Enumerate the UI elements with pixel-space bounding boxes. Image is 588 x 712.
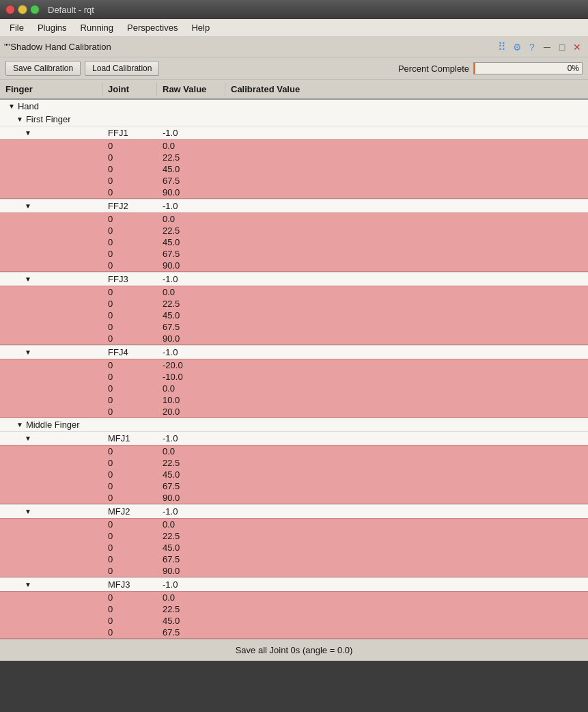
- cal-data-row[interactable]: 0 22.5: [0, 530, 588, 542]
- cal-finger-empty: [0, 242, 102, 243]
- joint-name: FFJ3: [102, 273, 157, 286]
- cal-data-row[interactable]: 0 67.5: [0, 627, 588, 638]
- menu-perspectives[interactable]: Perspectives: [120, 21, 184, 34]
- joint-name-cell: ▼: [0, 348, 102, 357]
- joint-name: MFJ3: [102, 578, 157, 591]
- menu-plugins[interactable]: Plugins: [31, 21, 74, 34]
- finger-group[interactable]: ▼Middle Finger: [0, 418, 588, 431]
- cal-data-row[interactable]: 0 0.0: [0, 140, 588, 152]
- header-raw: Raw Value: [157, 83, 225, 96]
- cal-raw-value: 0: [102, 446, 157, 457]
- joint-arrow[interactable]: ▼: [25, 202, 31, 210]
- joint-raw: -1.0: [157, 126, 225, 139]
- menu-help[interactable]: Help: [184, 21, 216, 34]
- cal-data-row[interactable]: 0 90.0: [0, 187, 588, 198]
- joint-arrow[interactable]: ▼: [25, 508, 31, 515]
- cal-calibrated-value: -10.0: [157, 371, 225, 383]
- cal-data-row[interactable]: 0 45.0: [0, 469, 588, 480]
- app-minimize-icon[interactable]: ─: [540, 40, 554, 54]
- cal-data-row[interactable]: 0 45.0: [0, 163, 588, 175]
- tree-area[interactable]: ▼ Hand ▼First Finger ▼ FFJ1 -1.0 0 0.0 0…: [0, 100, 588, 639]
- cal-data-row[interactable]: 0 90.0: [0, 492, 588, 504]
- joint-arrow[interactable]: ▼: [25, 348, 31, 356]
- cal-calibrated-value: 90.0: [157, 492, 225, 504]
- cal-raw-value: 0: [102, 615, 157, 627]
- cal-group: 0 0.0 0 22.5 0 45.0 0 67.5 0: [0, 518, 588, 577]
- cal-data-row[interactable]: 0 0.0: [0, 446, 588, 457]
- cal-data-row[interactable]: 0 10.0: [0, 394, 588, 406]
- cal-data-row[interactable]: 0 90.0: [0, 333, 588, 344]
- cal-data-row[interactable]: 0 90.0: [0, 260, 588, 271]
- cal-data-row[interactable]: 0 0.0: [0, 592, 588, 603]
- cal-data-row[interactable]: 0 67.5: [0, 480, 588, 492]
- close-button[interactable]: [5, 5, 15, 14]
- joint-raw: -1.0: [157, 273, 225, 286]
- cal-data-row[interactable]: 0 22.5: [0, 603, 588, 615]
- cal-raw-value: 0: [102, 519, 157, 530]
- cal-data-row[interactable]: 0 45.0: [0, 542, 588, 553]
- joint-arrow[interactable]: ▼: [25, 581, 31, 588]
- cal-data-row[interactable]: 0 0.0: [0, 519, 588, 530]
- app-close-icon[interactable]: ✕: [570, 40, 584, 54]
- finger-group[interactable]: ▼First Finger: [0, 113, 588, 126]
- cal-finger-empty: [0, 536, 102, 537]
- app-maximize-icon[interactable]: □: [555, 40, 569, 54]
- cal-calibrated-value: 22.5: [157, 298, 225, 310]
- cal-finger-empty: [0, 400, 102, 401]
- joint-row: ▼ FFJ2 -1.0: [0, 199, 588, 213]
- cal-data-row[interactable]: 0 -20.0: [0, 359, 588, 371]
- joint-arrow[interactable]: ▼: [25, 129, 31, 137]
- cal-data-row[interactable]: 0 0.0: [0, 383, 588, 394]
- help-icon[interactable]: ?: [525, 40, 539, 54]
- menu-running[interactable]: Running: [74, 21, 120, 34]
- joint-raw: -1.0: [157, 505, 225, 518]
- cal-data-row[interactable]: 0 20.0: [0, 406, 588, 417]
- cal-extra: [225, 242, 588, 243]
- cal-data-row[interactable]: 0 22.5: [0, 152, 588, 163]
- cal-data-row[interactable]: 0 67.5: [0, 248, 588, 260]
- cal-finger-empty: [0, 265, 102, 266]
- cal-raw-value: 0: [102, 321, 157, 333]
- cal-finger-empty: [0, 632, 102, 633]
- cal-data-row[interactable]: 0 -10.0: [0, 371, 588, 383]
- header-finger: Finger: [0, 83, 102, 96]
- maximize-button[interactable]: [30, 5, 40, 14]
- cal-finger-empty: [0, 388, 102, 389]
- cal-data-row[interactable]: 0 22.5: [0, 298, 588, 310]
- cal-data-row[interactable]: 0 45.0: [0, 310, 588, 321]
- finger-arrow: ▼: [16, 115, 23, 123]
- cal-extra: [225, 303, 588, 305]
- cal-data-row[interactable]: 0 45.0: [0, 236, 588, 248]
- finger-arrow: ▼: [16, 421, 23, 428]
- cal-raw-value: 0: [102, 359, 157, 371]
- menu-file[interactable]: File: [3, 21, 31, 34]
- joint-name-cell: ▼: [0, 434, 102, 443]
- cal-data-row[interactable]: 0 67.5: [0, 321, 588, 333]
- cal-data-row[interactable]: 0 90.0: [0, 565, 588, 577]
- joint-row: ▼ FFJ3 -1.0: [0, 272, 588, 286]
- config-icon[interactable]: ⚙: [510, 40, 524, 54]
- cal-data-row[interactable]: 0 22.5: [0, 457, 588, 469]
- save-calibration-button[interactable]: Save Calibration: [5, 61, 81, 76]
- cal-finger-empty: [0, 620, 102, 622]
- minimize-button[interactable]: [18, 5, 27, 14]
- cal-data-row[interactable]: 0 45.0: [0, 615, 588, 627]
- hand-group[interactable]: ▼ Hand: [0, 100, 588, 113]
- cal-raw-value: 0: [102, 542, 157, 553]
- cal-raw-value: 0: [102, 457, 157, 469]
- cal-finger-empty: [0, 192, 102, 193]
- cal-extra: [225, 169, 588, 170]
- cal-extra: [225, 524, 588, 525]
- cal-data-row[interactable]: 0 0.0: [0, 286, 588, 298]
- cal-extra: [225, 463, 588, 464]
- joint-arrow[interactable]: ▼: [25, 275, 31, 283]
- cal-data-row[interactable]: 0 0.0: [0, 213, 588, 225]
- cal-raw-value: 0: [102, 371, 157, 383]
- joint-arrow[interactable]: ▼: [25, 435, 31, 442]
- load-calibration-button[interactable]: Load Calibration: [85, 61, 159, 76]
- cal-data-row[interactable]: 0 67.5: [0, 175, 588, 187]
- cal-data-row[interactable]: 0 67.5: [0, 553, 588, 565]
- title-bar: Default - rqt: [0, 0, 588, 19]
- cal-data-row[interactable]: 0 22.5: [0, 225, 588, 236]
- cal-extra: [225, 597, 588, 599]
